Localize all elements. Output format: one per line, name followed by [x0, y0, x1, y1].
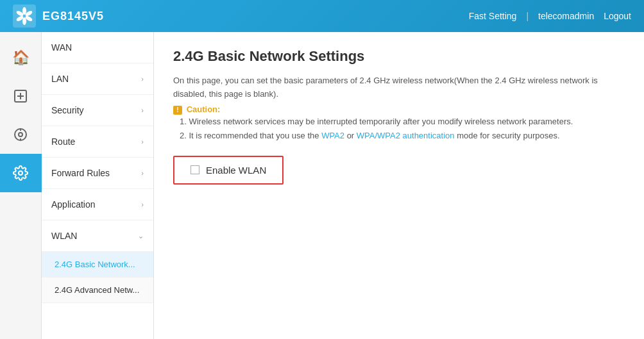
chevron-down-icon: › — [141, 106, 144, 114]
sidebar-item-lan[interactable]: LAN › — [42, 63, 153, 95]
header: EG8145V5 Fast Setting | telecomadmin Log… — [0, 0, 644, 32]
sidebar-item-lan-label: LAN — [51, 74, 69, 84]
sidebar-item-wlan-label: WLAN — [51, 231, 77, 241]
sidebar-item-wan[interactable]: WAN — [42, 32, 153, 63]
sidebar-subitem-2g-advanced[interactable]: 2.4G Advanced Netw... — [42, 277, 153, 303]
svg-point-4 — [22, 17, 26, 25]
sidebar-subitem-2g-basic[interactable]: 2.4G Basic Network... — [42, 252, 153, 277]
logo: EG8145V5 — [13, 4, 104, 28]
sidebar-item-wan-label: WAN — [51, 42, 72, 53]
sidebar-item-route[interactable]: Route › — [42, 126, 153, 158]
sidebar-item-application-label: Application — [51, 199, 96, 210]
page-description: On this page, you can set the basic para… — [173, 74, 625, 101]
sidebar-icon-settings[interactable] — [0, 154, 42, 192]
user-link[interactable]: telecomadmin — [538, 11, 594, 21]
enable-wlan-checkbox[interactable] — [191, 165, 199, 174]
text-sidebar: WAN LAN › Security › Route › Forward Rul… — [42, 32, 154, 339]
page-title: 2.4G Basic Network Settings — [173, 48, 625, 65]
header-nav: Fast Setting | telecomadmin Logout — [469, 11, 631, 21]
sidebar-icon-home[interactable]: 🏠 — [0, 38, 42, 77]
caution-block: ! Caution: 1. Wireless network services … — [173, 104, 625, 143]
main-layout: 🏠 WAN LAN — [0, 32, 644, 339]
caution-item-1: 1. Wireless network services may be inte… — [180, 115, 625, 129]
sidebar-item-route-label: Route — [51, 136, 75, 147]
caution-item-2: 2. It is recommended that you use the WP… — [180, 129, 625, 143]
warning-icon: ! — [173, 106, 182, 115]
content-area: 2.4G Basic Network Settings On this page… — [154, 32, 644, 339]
wpa-wpa2-link: WPA/WPA2 authentication — [357, 131, 455, 140]
logout-link[interactable]: Logout — [604, 11, 631, 21]
chevron-down-icon: › — [141, 169, 144, 177]
svg-point-1 — [22, 7, 26, 15]
chevron-down-icon: › — [141, 138, 144, 145]
fast-setting-link[interactable]: Fast Setting — [469, 11, 517, 21]
svg-point-14 — [19, 171, 22, 175]
sidebar-item-forward-rules-label: Forward Rules — [51, 168, 110, 178]
sidebar-icon-monitor[interactable] — [0, 115, 42, 154]
nav-divider: | — [526, 11, 529, 21]
sidebar-item-wlan[interactable]: WLAN ⌄ — [42, 220, 153, 252]
enable-wlan-box[interactable]: Enable WLAN — [173, 156, 284, 185]
device-name: EG8145V5 — [42, 10, 104, 23]
sidebar-icon-add[interactable] — [0, 77, 42, 115]
huawei-logo-icon — [13, 4, 36, 28]
sidebar-item-application[interactable]: Application › — [42, 189, 153, 220]
sidebar-item-security[interactable]: Security › — [42, 95, 153, 126]
svg-point-11 — [19, 133, 22, 136]
icon-sidebar: 🏠 — [0, 32, 42, 339]
sidebar-item-forward-rules[interactable]: Forward Rules › — [42, 158, 153, 189]
wpa2-link: WPA2 — [321, 131, 344, 140]
chevron-up-icon: ⌄ — [138, 232, 144, 240]
caution-list: 1. Wireless network services may be inte… — [180, 115, 625, 143]
caution-title: Caution: — [187, 104, 221, 114]
sidebar-subitem-2g-basic-label: 2.4G Basic Network... — [55, 260, 135, 269]
enable-wlan-label: Enable WLAN — [206, 165, 266, 176]
chevron-down-icon: › — [141, 201, 144, 208]
chevron-down-icon: › — [141, 75, 144, 83]
sidebar-subitem-2g-advanced-label: 2.4G Advanced Netw... — [55, 285, 139, 295]
sidebar-item-security-label: Security — [51, 105, 84, 115]
